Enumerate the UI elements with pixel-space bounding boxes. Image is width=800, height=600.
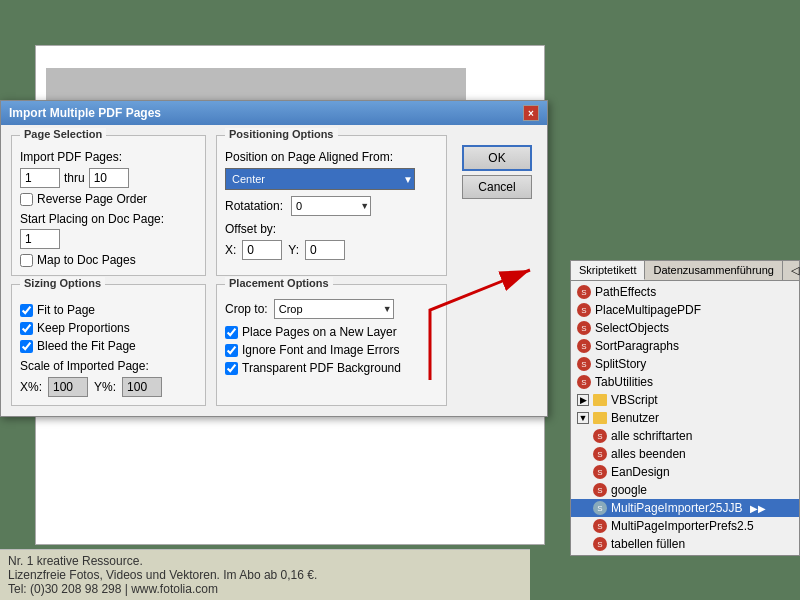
item-label: TabUtilities	[595, 375, 653, 389]
script-icon: S	[593, 501, 607, 515]
dialog-title: Import Multiple PDF Pages	[9, 106, 161, 120]
position-dropdown[interactable]: Center	[225, 168, 415, 190]
position-label: Position on Page Aligned From:	[225, 150, 438, 164]
close-button[interactable]: ×	[523, 105, 539, 121]
item-label: SelectObjects	[595, 321, 669, 335]
import-to-input[interactable]	[89, 168, 129, 188]
list-item-vbscript[interactable]: ▶ VBScript	[571, 391, 799, 409]
item-label: tabellen füllen	[611, 537, 685, 551]
list-item[interactable]: S MultiPageImporterPrefs2.5	[571, 517, 799, 535]
script-icon: S	[593, 429, 607, 443]
list-item[interactable]: S SplitStory	[571, 355, 799, 373]
list-item[interactable]: S PathEffects	[571, 283, 799, 301]
item-label: MultiPageImporterPrefs2.5	[611, 519, 754, 533]
item-label: SortParagraphs	[595, 339, 679, 353]
scale-y-label: Y%:	[94, 380, 116, 394]
rotation-dropdown-container: 0 ▼	[291, 196, 371, 216]
script-icon: S	[593, 447, 607, 461]
import-range-row: thru	[20, 168, 197, 188]
script-icon: S	[593, 465, 607, 479]
transparent-bg-row: Transparent PDF Background	[225, 361, 438, 375]
tab-skriptetikett[interactable]: Skriptetikett	[571, 261, 645, 280]
reverse-page-label: Reverse Page Order	[37, 192, 147, 206]
crop-to-label: Crop to:	[225, 302, 268, 316]
start-placing-input[interactable]	[20, 229, 60, 249]
bottom-line2: Lizenzfreie Fotos, Videos und Vektoren. …	[8, 568, 522, 582]
keep-proportions-checkbox[interactable]	[20, 322, 33, 335]
rotation-label: Rotatation:	[225, 199, 283, 213]
import-label: Import PDF Pages: thru	[20, 150, 197, 188]
list-item[interactable]: S TabUtilities	[571, 373, 799, 391]
scale-x-label: X%:	[20, 380, 42, 394]
positioning-options-group: Positioning Options Position on Page Ali…	[216, 135, 447, 276]
ignore-errors-label: Ignore Font and Image Errors	[242, 343, 399, 357]
tab-skripte[interactable]: ◁ Skripte	[783, 261, 800, 280]
list-item[interactable]: S SortParagraphs	[571, 337, 799, 355]
page-selection-title: Page Selection	[20, 128, 106, 140]
item-label: google	[611, 483, 647, 497]
reverse-page-checkbox[interactable]	[20, 193, 33, 206]
buttons-column: OK Cancel	[457, 135, 537, 276]
script-icon: S	[593, 483, 607, 497]
x-input[interactable]	[242, 240, 282, 260]
ok-button[interactable]: OK	[462, 145, 532, 171]
import-from-input[interactable]	[20, 168, 60, 188]
fit-to-page-checkbox[interactable]	[20, 304, 33, 317]
map-to-doc-row: Map to Doc Pages	[20, 253, 197, 267]
place-new-layer-label: Place Pages on a New Layer	[242, 325, 397, 339]
crop-dropdown[interactable]: Crop	[274, 299, 394, 319]
positioning-title: Positioning Options	[225, 128, 338, 140]
list-item[interactable]: S PlaceMultipagePDF	[571, 301, 799, 319]
bleed-fit-page-checkbox[interactable]	[20, 340, 33, 353]
script-icon: S	[577, 375, 591, 389]
place-new-layer-row: Place Pages on a New Layer	[225, 325, 438, 339]
running-indicator: ▶▶	[750, 503, 766, 514]
folder-icon	[593, 394, 607, 406]
map-to-doc-checkbox[interactable]	[20, 254, 33, 267]
script-icon: S	[593, 519, 607, 533]
script-icon: S	[577, 285, 591, 299]
scripts-panel: Skriptetikett Datenzusammenführung ◁ Skr…	[570, 260, 800, 556]
keep-proportions-label: Keep Proportions	[37, 321, 130, 335]
transparent-bg-label: Transparent PDF Background	[242, 361, 401, 375]
script-icon: S	[577, 321, 591, 335]
crop-dropdown-container: Crop ▼	[274, 299, 394, 319]
script-icon: S	[577, 303, 591, 317]
ignore-errors-row: Ignore Font and Image Errors	[225, 343, 438, 357]
scale-x-input[interactable]	[48, 377, 88, 397]
ignore-errors-checkbox[interactable]	[225, 344, 238, 357]
scripts-tabs: Skriptetikett Datenzusammenführung ◁ Skr…	[571, 261, 799, 281]
crop-to-row: Crop to: Crop ▼	[225, 299, 438, 319]
rotation-dropdown[interactable]: 0	[291, 196, 371, 216]
tab-datenzusammenfuhrung[interactable]: Datenzusammenführung	[645, 261, 782, 280]
item-label: PathEffects	[595, 285, 656, 299]
item-label: EanDesign	[611, 465, 670, 479]
cancel-button[interactable]: Cancel	[462, 175, 532, 199]
script-icon: S	[577, 357, 591, 371]
list-item[interactable]: S alle schriftarten	[571, 427, 799, 445]
place-new-layer-checkbox[interactable]	[225, 326, 238, 339]
list-item[interactable]: S tabellen füllen	[571, 535, 799, 553]
item-label: VBScript	[611, 393, 658, 407]
list-item-selected[interactable]: S MultiPageImporter25JJB ▶▶	[571, 499, 799, 517]
item-label: alles beenden	[611, 447, 686, 461]
list-item[interactable]: S alles beenden	[571, 445, 799, 463]
fit-to-page-row: Fit to Page	[20, 303, 197, 317]
transparent-bg-checkbox[interactable]	[225, 362, 238, 375]
list-item[interactable]: S google	[571, 481, 799, 499]
dialog-titlebar: Import Multiple PDF Pages ×	[1, 101, 547, 125]
dialog-body: Page Selection Import PDF Pages: thru Re…	[1, 125, 547, 416]
list-item[interactable]: S SelectObjects	[571, 319, 799, 337]
y-input[interactable]	[305, 240, 345, 260]
scale-row: X%: Y%:	[20, 377, 197, 397]
sizing-options-group: Sizing Options Fit to Page Keep Proporti…	[11, 284, 206, 406]
offset-row: X: Y:	[225, 240, 438, 260]
scale-y-input[interactable]	[122, 377, 162, 397]
bottom-line1: Nr. 1 kreative Ressource.	[8, 554, 522, 568]
list-item-benutzer[interactable]: ▼ Benutzer	[571, 409, 799, 427]
fit-to-page-label: Fit to Page	[37, 303, 95, 317]
item-label: SplitStory	[595, 357, 646, 371]
scripts-list: S PathEffects S PlaceMultipagePDF S Sele…	[571, 281, 799, 555]
list-item[interactable]: S EanDesign	[571, 463, 799, 481]
expand-icon: ▼	[577, 412, 589, 424]
